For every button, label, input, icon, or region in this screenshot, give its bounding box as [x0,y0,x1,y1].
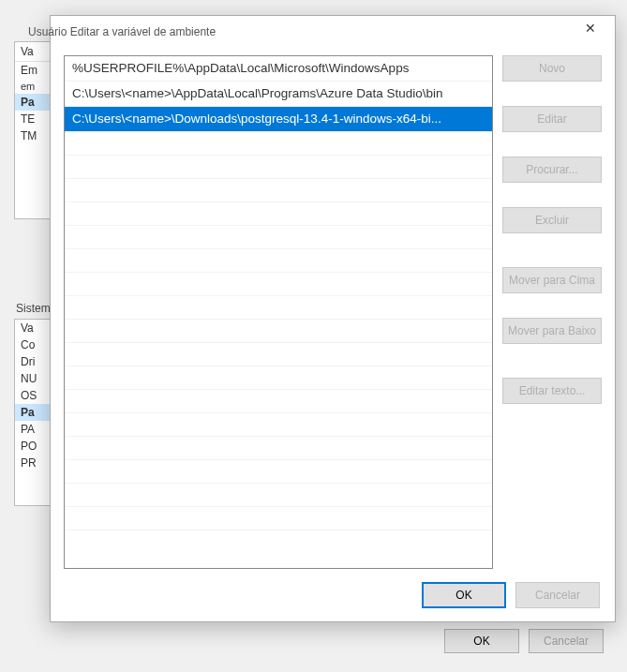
side-buttons: Novo Editar Procurar... Excluir Mover pa… [502,55,602,569]
close-icon: ✕ [585,21,596,36]
delete-button[interactable]: Excluir [502,207,602,233]
path-item[interactable]: C:\Users\<name>\AppData\Local\Programs\A… [65,82,492,107]
path-list[interactable]: %USERPROFILE%\AppData\Local\Microsoft\Wi… [64,55,493,569]
path-item[interactable]: %USERPROFILE%\AppData\Local\Microsoft\Wi… [65,56,492,82]
move-down-button[interactable]: Mover para Baixo [502,318,602,344]
path-item-empty[interactable] [65,460,492,484]
close-button[interactable]: ✕ [572,14,609,42]
path-item-empty[interactable] [65,156,492,179]
dialog-titlebar: Usuário Editar a variável de ambiente ✕ [17,16,581,48]
new-button[interactable]: Novo [502,55,602,82]
edit-button[interactable]: Editar [502,106,602,132]
dialog-title: Usuário Editar a variável de ambiente [28,25,575,38]
browse-button[interactable]: Procurar... [502,157,602,183]
path-item-empty[interactable] [65,132,492,156]
dialog-footer: OK Cancelar [51,569,615,621]
move-up-button[interactable]: Mover para Cima [502,267,602,293]
path-item-empty[interactable] [65,179,492,202]
bg-dialog-footer: OK Cancelar [444,629,604,653]
cancel-button[interactable]: Cancelar [515,582,600,608]
bg-ok-button[interactable]: OK [444,629,519,653]
path-item-empty[interactable] [65,320,492,343]
edit-text-button[interactable]: Editar texto... [502,378,602,404]
edit-path-dialog: Usuário Editar a variável de ambiente ✕ … [50,15,616,622]
path-item[interactable]: C:\Users\<name>\Downloads\postgresql-13.… [65,107,492,132]
path-item-empty[interactable] [65,343,492,366]
path-item-empty[interactable] [65,484,492,507]
bg-cancel-button[interactable]: Cancelar [529,629,604,653]
path-item-empty[interactable] [65,366,492,390]
path-item-empty[interactable] [65,249,492,273]
path-item-empty[interactable] [65,390,492,413]
path-item-empty[interactable] [65,296,492,320]
path-item-empty[interactable] [65,226,492,249]
path-item-empty[interactable] [65,413,492,437]
path-item-empty[interactable] [65,507,492,530]
path-item-empty[interactable] [65,437,492,460]
dialog-body: %USERPROFILE%\AppData\Local\Microsoft\Wi… [51,48,615,569]
path-item-empty[interactable] [65,273,492,296]
path-item-empty[interactable] [65,202,492,226]
ok-button[interactable]: OK [422,582,506,608]
